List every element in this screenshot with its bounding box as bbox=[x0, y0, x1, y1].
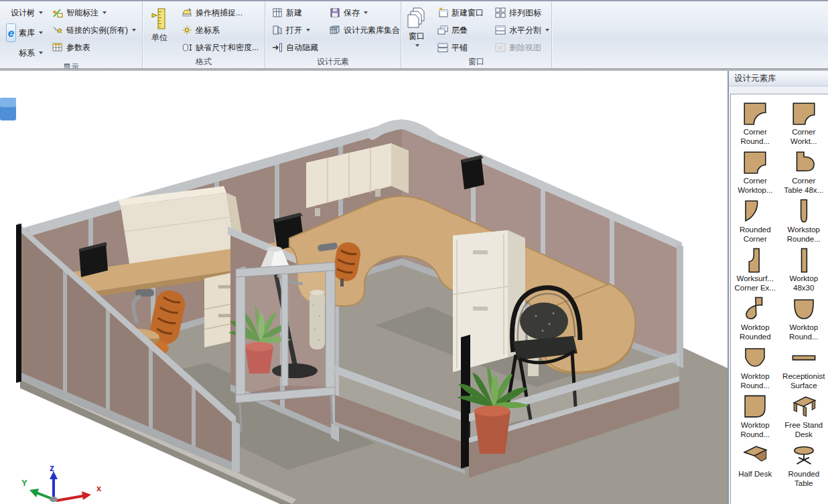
ribbon: 设计树 e 素库 标系 智能标注 bbox=[0, 0, 828, 68]
window-button[interactable]: 窗口 bbox=[405, 5, 428, 55]
library-item[interactable]: Rounded Table bbox=[780, 442, 828, 491]
linked-instances-icon bbox=[52, 24, 64, 36]
ribbon-empty-area bbox=[552, 1, 828, 68]
tile-windows-icon bbox=[437, 41, 449, 54]
cascade-windows-button[interactable]: 层叠 bbox=[435, 23, 486, 37]
library-item[interactable]: Workstop Rounde... bbox=[780, 197, 828, 246]
library-item-label-line1: Worktop bbox=[741, 323, 770, 333]
coordinate-system-button[interactable]: 标系 bbox=[4, 46, 43, 60]
tile-windows-button[interactable]: 平铺 bbox=[435, 40, 486, 55]
worktop-round-a-icon bbox=[788, 295, 819, 323]
parameter-table-button[interactable]: 参数表 bbox=[50, 40, 138, 55]
workstop-rounded-icon bbox=[788, 197, 819, 226]
handle-snap-icon bbox=[181, 7, 193, 19]
design-tree-button[interactable]: 设计树 bbox=[4, 5, 43, 20]
library-item-label-line1: Workstop bbox=[788, 226, 820, 235]
blue-icon-artifact bbox=[0, 98, 16, 120]
library-item[interactable]: Corner Worktop... bbox=[731, 149, 780, 197]
library-item-label-line2: Round... bbox=[741, 137, 770, 147]
library-item-label-line2: Desk bbox=[795, 430, 813, 440]
axis-x-label: x bbox=[96, 483, 102, 493]
horizontal-split-icon bbox=[494, 24, 506, 36]
library-item-label-line1: Worktop bbox=[741, 421, 770, 430]
delete-view-button[interactable]: 删除视图 bbox=[492, 40, 551, 55]
ribbon-group-display: 设计树 e 素库 标系 智能标注 bbox=[0, 1, 143, 68]
library-item[interactable]: Corner Table 48x... bbox=[780, 149, 828, 197]
library-item-label-line1: Free Stand bbox=[784, 421, 823, 430]
library-item[interactable]: Free Stand Desk bbox=[780, 393, 828, 442]
handle-snap-button[interactable]: 操作柄捕捉... bbox=[179, 5, 261, 20]
default-size-density-icon bbox=[181, 41, 193, 54]
library-item-label-line1: Receptionist bbox=[782, 372, 825, 382]
element-library-collection-button[interactable]: 设计元素库集合 bbox=[327, 23, 402, 37]
corner-round-icon bbox=[740, 100, 770, 128]
library-item-label-line2: Round... bbox=[789, 333, 818, 342]
new-element-button[interactable]: 新建 bbox=[269, 5, 320, 20]
worksurf-corner-icon bbox=[740, 246, 770, 274]
smart-dimension-button[interactable]: 智能标注 bbox=[50, 5, 138, 20]
coordinate-system-format-button[interactable]: 坐标系 bbox=[179, 23, 261, 37]
save-button[interactable]: 保存 bbox=[327, 5, 402, 20]
ie-browser-icon[interactable]: e bbox=[6, 23, 16, 42]
library-item-label-line2: Rounde... bbox=[787, 235, 821, 244]
library-item-label-line1: Corner bbox=[792, 128, 815, 137]
axis-y-label: Y bbox=[21, 478, 27, 488]
corner-table-icon bbox=[788, 149, 819, 177]
viewport-3d[interactable]: z Y x bbox=[0, 71, 728, 504]
open-element-button[interactable]: 打开 bbox=[269, 23, 320, 37]
office-scene: z Y x bbox=[0, 71, 728, 504]
library-item-label-line2: Table 48x... bbox=[784, 186, 823, 195]
units-button[interactable]: 单位 bbox=[147, 5, 172, 55]
library-item-label-line2: Rounded bbox=[740, 333, 771, 342]
new-window-button[interactable]: 新建窗口 bbox=[435, 5, 486, 20]
partial-icon bbox=[740, 491, 770, 504]
group-label-format: 格式 bbox=[147, 55, 261, 70]
library-item[interactable]: Worktop Round... bbox=[780, 295, 828, 344]
library-item[interactable]: Worktop Round... bbox=[731, 344, 780, 393]
library-item-label-line2: Workt... bbox=[790, 137, 817, 147]
horizontal-split-button[interactable]: 水平分割 bbox=[492, 23, 551, 37]
save-icon bbox=[329, 7, 341, 19]
worktop-rounded-icon bbox=[740, 295, 770, 323]
chevron-down-icon bbox=[39, 31, 43, 34]
arrange-icons-button[interactable]: 排列图标 bbox=[492, 5, 551, 20]
auto-hide-button[interactable]: 自动隐藏 bbox=[269, 40, 320, 55]
library-item-label-line2: Round... bbox=[741, 430, 770, 440]
library-item-label-line2: Corner Ex... bbox=[735, 284, 776, 293]
group-label-window: 窗口 bbox=[405, 55, 547, 70]
free-stand-desk-icon bbox=[788, 393, 819, 421]
smart-dimension-icon bbox=[52, 7, 64, 19]
library-item[interactable]: Rounded Corner bbox=[731, 197, 780, 246]
library-item[interactable]: Worktop Round... bbox=[731, 393, 780, 442]
ribbon-group-design-elements: 新建 打开 自动隐藏 保存 bbox=[265, 1, 401, 68]
chevron-down-icon bbox=[545, 29, 549, 31]
library-item[interactable]: Worktop Rounded bbox=[731, 295, 780, 344]
default-size-density-button[interactable]: 缺省尺寸和密度... bbox=[179, 40, 261, 55]
library-item[interactable]: Half Desk bbox=[731, 442, 780, 491]
cad-application-window: 设计树 e 素库 标系 智能标注 bbox=[0, 0, 828, 504]
library-item[interactable]: Receptionist Surface bbox=[780, 344, 828, 393]
library-item[interactable] bbox=[731, 491, 780, 504]
chevron-down-icon bbox=[364, 11, 368, 14]
design-element-library-panel: 设计元素库 Corner Round... Corner Workt... bbox=[728, 71, 828, 504]
library-item-label-line1: Rounded bbox=[740, 226, 771, 235]
library-item-label-line2: Worktop... bbox=[738, 186, 772, 195]
rounded-corner-icon bbox=[740, 197, 770, 226]
library-item[interactable]: Worktop 48x30 bbox=[780, 246, 828, 295]
library-item[interactable]: Worksurf... Corner Ex... bbox=[731, 246, 780, 295]
half-desk-icon bbox=[740, 442, 770, 470]
library-items-container[interactable]: Corner Round... Corner Workt... Corner W… bbox=[730, 94, 828, 504]
library-item-label-line1: Corner bbox=[744, 128, 767, 137]
worktop-48x30-icon bbox=[788, 246, 819, 274]
receptionist-surface-icon bbox=[788, 344, 819, 372]
element-library-button[interactable]: e 素库 bbox=[4, 23, 43, 43]
new-window-icon bbox=[437, 7, 449, 19]
library-item-label-line1: Rounded bbox=[788, 470, 819, 479]
speaker-right bbox=[461, 155, 484, 189]
library-item[interactable]: Corner Round... bbox=[731, 100, 780, 149]
linked-instances-button[interactable]: 链接的实例(所有) bbox=[50, 23, 138, 37]
library-item[interactable]: Corner Workt... bbox=[780, 100, 828, 149]
new-element-icon bbox=[271, 7, 283, 19]
corner-worktop-icon bbox=[740, 149, 770, 177]
library-items-grid: Corner Round... Corner Workt... Corner W… bbox=[731, 94, 828, 504]
